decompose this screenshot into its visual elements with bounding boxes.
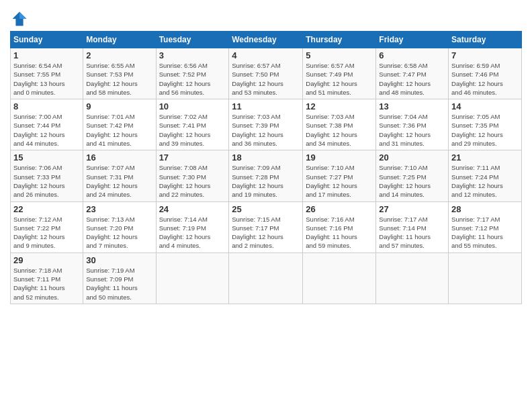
day-info: Sunrise: 7:07 AMSunset: 7:31 PMDaylight:… bbox=[86, 163, 152, 199]
calendar-cell: 12Sunrise: 7:03 AMSunset: 7:38 PMDayligh… bbox=[303, 99, 376, 150]
day-info: Sunrise: 6:56 AMSunset: 7:52 PMDaylight:… bbox=[159, 61, 226, 97]
weekday-header-row: SundayMondayTuesdayWednesdayThursdayFrid… bbox=[11, 32, 522, 48]
day-number: 11 bbox=[232, 101, 300, 111]
calendar-cell bbox=[376, 253, 449, 304]
day-number: 18 bbox=[232, 152, 300, 163]
day-info: Sunrise: 7:03 AMSunset: 7:38 PMDaylight:… bbox=[306, 112, 373, 148]
weekday-header-tuesday: Tuesday bbox=[156, 32, 229, 48]
day-number: 21 bbox=[451, 152, 519, 163]
calendar-cell: 22Sunrise: 7:12 AMSunset: 7:22 PMDayligh… bbox=[11, 201, 83, 253]
day-info: Sunrise: 7:17 AMSunset: 7:14 PMDaylight:… bbox=[379, 215, 445, 250]
day-number: 29 bbox=[13, 255, 80, 265]
weekday-header-monday: Monday bbox=[83, 32, 156, 48]
calendar-cell: 25Sunrise: 7:15 AMSunset: 7:17 PMDayligh… bbox=[229, 201, 303, 253]
day-info: Sunrise: 6:54 AMSunset: 7:55 PMDaylight:… bbox=[13, 61, 80, 97]
day-info: Sunrise: 7:15 AMSunset: 7:17 PMDaylight:… bbox=[232, 215, 300, 250]
day-number: 20 bbox=[379, 152, 445, 163]
calendar-cell: 30Sunrise: 7:19 AMSunset: 7:09 PMDayligh… bbox=[83, 253, 156, 304]
week-row-3: 15Sunrise: 7:06 AMSunset: 7:33 PMDayligh… bbox=[11, 150, 522, 201]
weekday-header-thursday: Thursday bbox=[303, 32, 376, 48]
day-number: 12 bbox=[306, 101, 373, 111]
week-row-4: 22Sunrise: 7:12 AMSunset: 7:22 PMDayligh… bbox=[11, 201, 522, 253]
day-number: 24 bbox=[159, 204, 226, 214]
calendar-cell: 8Sunrise: 7:00 AMSunset: 7:44 PMDaylight… bbox=[11, 99, 83, 150]
week-row-5: 29Sunrise: 7:18 AMSunset: 7:11 PMDayligh… bbox=[11, 253, 522, 304]
calendar-cell: 14Sunrise: 7:05 AMSunset: 7:35 PMDayligh… bbox=[449, 99, 522, 150]
day-number: 22 bbox=[13, 204, 80, 214]
calendar-cell: 26Sunrise: 7:16 AMSunset: 7:16 PMDayligh… bbox=[303, 201, 376, 253]
day-info: Sunrise: 7:09 AMSunset: 7:28 PMDaylight:… bbox=[232, 163, 300, 199]
day-info: Sunrise: 7:18 AMSunset: 7:11 PMDaylight:… bbox=[13, 266, 80, 302]
day-info: Sunrise: 7:02 AMSunset: 7:41 PMDaylight:… bbox=[159, 112, 226, 148]
weekday-header-friday: Friday bbox=[376, 32, 449, 48]
day-info: Sunrise: 7:00 AMSunset: 7:44 PMDaylight:… bbox=[13, 112, 80, 148]
day-number: 28 bbox=[451, 204, 519, 214]
day-info: Sunrise: 7:08 AMSunset: 7:30 PMDaylight:… bbox=[159, 163, 226, 199]
calendar-cell: 6Sunrise: 6:58 AMSunset: 7:47 PMDaylight… bbox=[376, 48, 449, 99]
day-number: 16 bbox=[86, 152, 152, 163]
day-info: Sunrise: 6:55 AMSunset: 7:53 PMDaylight:… bbox=[86, 61, 152, 97]
header bbox=[10, 7, 522, 28]
calendar-cell: 15Sunrise: 7:06 AMSunset: 7:33 PMDayligh… bbox=[11, 150, 83, 201]
day-number: 9 bbox=[86, 101, 152, 111]
calendar-cell: 27Sunrise: 7:17 AMSunset: 7:14 PMDayligh… bbox=[376, 201, 449, 253]
calendar-cell bbox=[303, 253, 376, 304]
day-info: Sunrise: 7:10 AMSunset: 7:27 PMDaylight:… bbox=[306, 163, 373, 199]
calendar-cell: 5Sunrise: 6:57 AMSunset: 7:49 PMDaylight… bbox=[303, 48, 376, 99]
day-number: 19 bbox=[306, 152, 373, 163]
calendar-cell: 19Sunrise: 7:10 AMSunset: 7:27 PMDayligh… bbox=[303, 150, 376, 201]
calendar-cell: 23Sunrise: 7:13 AMSunset: 7:20 PMDayligh… bbox=[83, 201, 156, 253]
weekday-header-wednesday: Wednesday bbox=[229, 32, 303, 48]
calendar-cell: 13Sunrise: 7:04 AMSunset: 7:36 PMDayligh… bbox=[376, 99, 449, 150]
calendar-cell: 20Sunrise: 7:10 AMSunset: 7:25 PMDayligh… bbox=[376, 150, 449, 201]
day-number: 17 bbox=[159, 152, 226, 163]
day-info: Sunrise: 7:13 AMSunset: 7:20 PMDaylight:… bbox=[86, 215, 152, 250]
svg-marker-1 bbox=[19, 12, 27, 19]
calendar-cell: 1Sunrise: 6:54 AMSunset: 7:55 PMDaylight… bbox=[11, 48, 83, 99]
day-info: Sunrise: 7:10 AMSunset: 7:25 PMDaylight:… bbox=[379, 163, 445, 199]
day-number: 15 bbox=[13, 152, 80, 163]
day-number: 14 bbox=[451, 101, 519, 111]
day-number: 27 bbox=[379, 204, 445, 214]
day-info: Sunrise: 7:04 AMSunset: 7:36 PMDaylight:… bbox=[379, 112, 445, 148]
calendar-cell: 18Sunrise: 7:09 AMSunset: 7:28 PMDayligh… bbox=[229, 150, 303, 201]
day-number: 6 bbox=[379, 50, 445, 60]
calendar-table: SundayMondayTuesdayWednesdayThursdayFrid… bbox=[10, 31, 522, 304]
day-number: 13 bbox=[379, 101, 445, 111]
logo-icon bbox=[10, 9, 29, 28]
calendar-cell: 24Sunrise: 7:14 AMSunset: 7:19 PMDayligh… bbox=[156, 201, 229, 253]
calendar-cell: 16Sunrise: 7:07 AMSunset: 7:31 PMDayligh… bbox=[83, 150, 156, 201]
calendar-cell: 29Sunrise: 7:18 AMSunset: 7:11 PMDayligh… bbox=[11, 253, 83, 304]
calendar-cell: 17Sunrise: 7:08 AMSunset: 7:30 PMDayligh… bbox=[156, 150, 229, 201]
day-info: Sunrise: 7:14 AMSunset: 7:19 PMDaylight:… bbox=[159, 215, 226, 250]
day-number: 1 bbox=[13, 50, 80, 60]
day-number: 23 bbox=[86, 204, 152, 214]
day-info: Sunrise: 7:01 AMSunset: 7:42 PMDaylight:… bbox=[86, 112, 152, 148]
page-container: SundayMondayTuesdayWednesdayThursdayFrid… bbox=[0, 0, 532, 311]
weekday-header-saturday: Saturday bbox=[449, 32, 522, 48]
day-number: 8 bbox=[13, 101, 80, 111]
day-number: 25 bbox=[232, 204, 300, 214]
calendar-cell: 10Sunrise: 7:02 AMSunset: 7:41 PMDayligh… bbox=[156, 99, 229, 150]
day-info: Sunrise: 7:12 AMSunset: 7:22 PMDaylight:… bbox=[13, 215, 80, 250]
day-info: Sunrise: 7:05 AMSunset: 7:35 PMDaylight:… bbox=[451, 112, 519, 148]
day-info: Sunrise: 7:17 AMSunset: 7:12 PMDaylight:… bbox=[451, 215, 519, 250]
day-number: 26 bbox=[306, 204, 373, 214]
calendar-cell: 7Sunrise: 6:59 AMSunset: 7:46 PMDaylight… bbox=[449, 48, 522, 99]
day-info: Sunrise: 6:57 AMSunset: 7:49 PMDaylight:… bbox=[306, 61, 373, 97]
day-number: 3 bbox=[159, 50, 226, 60]
calendar-cell: 3Sunrise: 6:56 AMSunset: 7:52 PMDaylight… bbox=[156, 48, 229, 99]
day-info: Sunrise: 7:19 AMSunset: 7:09 PMDaylight:… bbox=[86, 266, 152, 302]
day-info: Sunrise: 6:58 AMSunset: 7:47 PMDaylight:… bbox=[379, 61, 445, 97]
day-number: 7 bbox=[451, 50, 519, 60]
day-number: 2 bbox=[86, 50, 152, 60]
day-number: 5 bbox=[306, 50, 373, 60]
week-row-2: 8Sunrise: 7:00 AMSunset: 7:44 PMDaylight… bbox=[11, 99, 522, 150]
day-info: Sunrise: 7:06 AMSunset: 7:33 PMDaylight:… bbox=[13, 163, 80, 199]
calendar-cell: 4Sunrise: 6:57 AMSunset: 7:50 PMDaylight… bbox=[229, 48, 303, 99]
week-row-1: 1Sunrise: 6:54 AMSunset: 7:55 PMDaylight… bbox=[11, 48, 522, 99]
day-info: Sunrise: 7:16 AMSunset: 7:16 PMDaylight:… bbox=[306, 215, 373, 250]
calendar-cell bbox=[156, 253, 229, 304]
calendar-cell: 21Sunrise: 7:11 AMSunset: 7:24 PMDayligh… bbox=[449, 150, 522, 201]
calendar-cell: 11Sunrise: 7:03 AMSunset: 7:39 PMDayligh… bbox=[229, 99, 303, 150]
